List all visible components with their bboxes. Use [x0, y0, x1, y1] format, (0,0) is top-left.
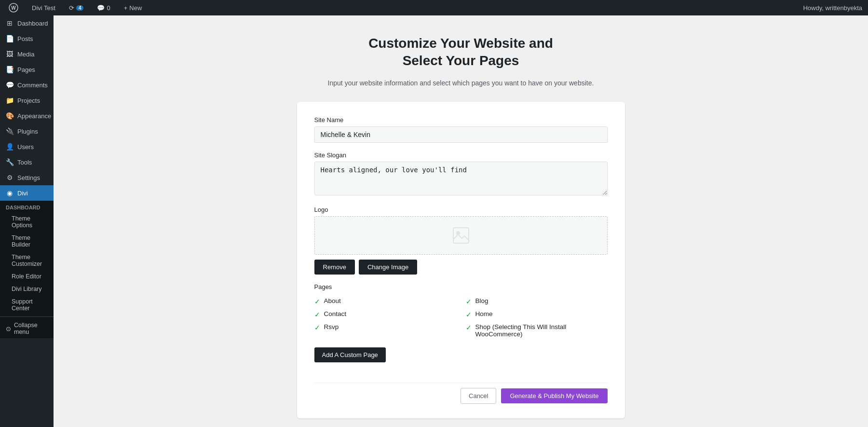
- page-label-contact: Contact: [324, 310, 347, 317]
- sidebar-collapse-menu[interactable]: ⊙ Collapse menu: [0, 319, 54, 338]
- list-item[interactable]: ✓ Shop (Selecting This Will Install WooC…: [466, 323, 608, 338]
- check-icon-contact: ✓: [314, 311, 320, 318]
- theme-customizer-label: Theme Customizer: [12, 254, 42, 267]
- comments-icon: 💬: [6, 81, 14, 89]
- sidebar-item-plugins[interactable]: 🔌 Plugins: [0, 124, 54, 139]
- divi-library-label: Divi Library: [12, 286, 42, 292]
- add-custom-page-button[interactable]: Add A Custom Page: [314, 347, 386, 362]
- sidebar-item-posts[interactable]: 📄 Posts: [0, 31, 54, 46]
- sidebar-sub-theme-options[interactable]: Theme Options: [0, 212, 54, 232]
- check-icon-home: ✓: [466, 311, 472, 318]
- admin-bar: W Divi Test ⟳ 4 💬 0 + New Howdy, written…: [0, 0, 868, 15]
- wordpress-icon: W: [9, 3, 18, 13]
- list-item[interactable]: ✓ About: [314, 297, 456, 305]
- posts-icon: 📄: [6, 35, 14, 42]
- sidebar-sub-support-center[interactable]: Support Center: [0, 295, 54, 315]
- admin-bar-right: Howdy, writtenbyekta: [803, 4, 862, 12]
- form-card: Site Name Site Slogan Hearts aligned, ou…: [297, 102, 625, 418]
- list-item[interactable]: ✓ Rsvp: [314, 323, 456, 338]
- change-image-button[interactable]: Change Image: [359, 260, 417, 275]
- logo-label: Logo: [314, 206, 608, 213]
- sidebar-item-tools[interactable]: 🔧 Tools: [0, 154, 54, 170]
- site-slogan-label: Site Slogan: [314, 152, 608, 159]
- theme-builder-label: Theme Builder: [12, 234, 30, 248]
- admin-bar-left: W Divi Test ⟳ 4 💬 0 + New: [6, 0, 145, 15]
- sidebar-label-comments: Comments: [17, 82, 48, 89]
- sidebar-label-media: Media: [17, 51, 34, 58]
- site-name-item[interactable]: Divi Test: [29, 0, 58, 15]
- pages-label: Pages: [314, 283, 608, 290]
- pages-icon: 📑: [6, 66, 14, 73]
- sidebar-label-divi: Divi: [17, 190, 28, 197]
- sidebar-item-media[interactable]: 🖼 Media: [0, 46, 54, 62]
- sidebar-item-projects[interactable]: 📁 Projects: [0, 93, 54, 108]
- page-label-about: About: [324, 297, 341, 304]
- media-icon: 🖼: [6, 50, 14, 58]
- site-name-label: Site Name: [314, 116, 608, 124]
- sidebar-label-posts: Posts: [17, 35, 33, 42]
- page-label-home: Home: [475, 310, 493, 317]
- page-label-shop: Shop (Selecting This Will Install WooCom…: [475, 323, 608, 338]
- check-icon-shop: ✓: [466, 324, 472, 331]
- page-label-rsvp: Rsvp: [324, 323, 339, 331]
- layout: ⊞ Dashboard 📄 Posts 🖼 Media 📑 Pages 💬 Co…: [0, 15, 868, 427]
- role-editor-label: Role Editor: [12, 273, 41, 280]
- sidebar-sub-divi-library[interactable]: Divi Library: [0, 283, 54, 295]
- new-label: New: [129, 4, 142, 12]
- plus-icon: +: [124, 4, 128, 12]
- remove-button[interactable]: Remove: [314, 260, 355, 275]
- sidebar-sub-theme-builder[interactable]: Theme Builder: [0, 232, 54, 251]
- sidebar-item-comments[interactable]: 💬 Comments: [0, 77, 54, 93]
- sidebar: ⊞ Dashboard 📄 Posts 🖼 Media 📑 Pages 💬 Co…: [0, 15, 54, 427]
- cancel-button[interactable]: Cancel: [461, 388, 496, 404]
- divi-icon: ◉: [6, 189, 14, 197]
- sidebar-item-users[interactable]: 👤 Users: [0, 139, 54, 154]
- sidebar-sub-theme-customizer[interactable]: Theme Customizer: [0, 251, 54, 270]
- support-center-label: Support Center: [12, 298, 33, 312]
- greeting-text: Howdy, writtenbyekta: [803, 4, 862, 12]
- sidebar-item-dashboard[interactable]: ⊞ Dashboard: [0, 15, 54, 31]
- site-slogan-textarea[interactable]: Hearts aligned, our love you'll find: [314, 162, 608, 195]
- logo-placeholder-icon: [452, 227, 470, 244]
- page-title: Customize Your Website andSelect Your Pa…: [297, 35, 625, 70]
- main-content: Customize Your Website andSelect Your Pa…: [54, 15, 868, 427]
- sidebar-label-tools: Tools: [17, 159, 32, 166]
- theme-options-label: Theme Options: [12, 215, 32, 229]
- list-item[interactable]: ✓ Contact: [314, 310, 456, 318]
- site-name-input[interactable]: [314, 126, 608, 143]
- list-item[interactable]: ✓ Home: [466, 310, 608, 318]
- sidebar-item-pages[interactable]: 📑 Pages: [0, 62, 54, 77]
- svg-text:W: W: [11, 5, 16, 11]
- comments-item[interactable]: 💬 0: [94, 0, 113, 15]
- divi-section-label: Dashboard: [0, 201, 54, 212]
- projects-icon: 📁: [6, 96, 14, 104]
- wp-logo-item[interactable]: W: [6, 0, 21, 15]
- site-name-group: Site Name: [314, 116, 608, 143]
- appearance-icon: 🎨: [6, 112, 14, 120]
- comment-count: 0: [107, 4, 110, 12]
- sidebar-sub-role-editor[interactable]: Role Editor: [0, 270, 54, 283]
- page-label-blog: Blog: [475, 297, 488, 304]
- form-actions: Cancel Generate & Publish My Website: [314, 383, 608, 404]
- sidebar-label-users: Users: [17, 143, 34, 151]
- pages-group: Pages ✓ About ✓ Blog ✓ Contact: [314, 283, 608, 374]
- new-item[interactable]: + New: [121, 0, 145, 15]
- check-icon-blog: ✓: [466, 298, 472, 305]
- collapse-icon: ⊙: [6, 325, 11, 332]
- sidebar-label-projects: Projects: [17, 97, 40, 104]
- comment-icon: 💬: [97, 4, 105, 12]
- sidebar-item-appearance[interactable]: 🎨 Appearance: [0, 108, 54, 124]
- settings-icon: ⚙: [6, 174, 14, 181]
- sidebar-label-settings: Settings: [17, 174, 40, 181]
- sidebar-label-appearance: Appearance: [17, 112, 51, 120]
- tools-icon: 🔧: [6, 158, 14, 166]
- list-item[interactable]: ✓ Blog: [466, 297, 608, 305]
- publish-button[interactable]: Generate & Publish My Website: [501, 388, 607, 403]
- dashboard-icon: ⊞: [6, 19, 14, 27]
- sidebar-item-settings[interactable]: ⚙ Settings: [0, 170, 54, 185]
- update-count: 4: [76, 5, 84, 11]
- site-name-label: Divi Test: [32, 4, 55, 12]
- sidebar-item-divi[interactable]: ◉ Divi: [0, 185, 54, 201]
- updates-item[interactable]: ⟳ 4: [66, 0, 87, 15]
- pages-grid: ✓ About ✓ Blog ✓ Contact ✓: [314, 297, 608, 338]
